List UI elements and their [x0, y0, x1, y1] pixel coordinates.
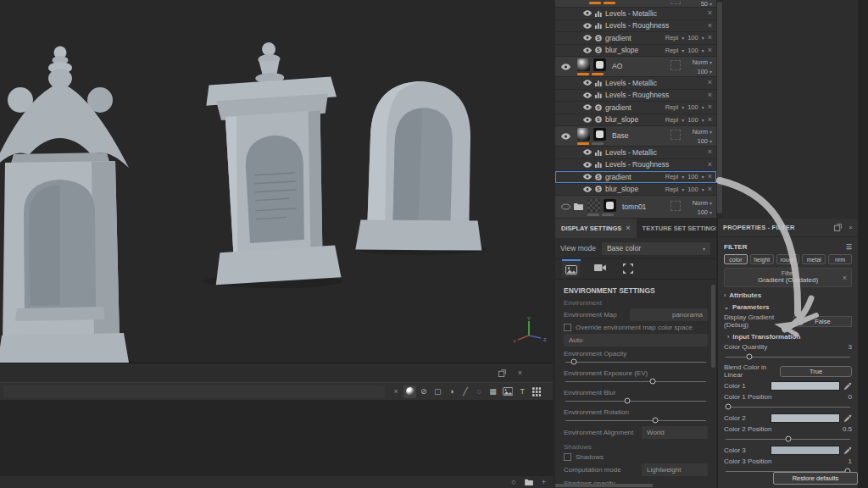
attributes-section[interactable]: › Attributes [724, 291, 852, 299]
blend-color-linear-button[interactable]: True [780, 366, 852, 377]
chevron-down-icon[interactable]: ▾ [682, 174, 684, 180]
tab-viewport[interactable] [620, 259, 637, 276]
chevron-down-icon[interactable]: ▾ [709, 129, 712, 135]
environment-opacity-slider[interactable] [565, 358, 706, 366]
color1-swatch[interactable] [771, 381, 840, 391]
mask-thumbnail[interactable] [593, 128, 606, 141]
blend-mode[interactable]: Repl [665, 186, 678, 193]
eye-icon[interactable] [583, 92, 592, 98]
mask-thumbnail[interactable] [604, 199, 616, 212]
input-transformation-section[interactable]: › Input Transformation [727, 333, 852, 341]
close-icon[interactable]: × [708, 79, 712, 86]
channel-height-button[interactable]: height [750, 254, 774, 264]
chevron-down-icon[interactable]: ▾ [702, 186, 704, 192]
close-icon[interactable]: × [708, 9, 712, 17]
chevron-down-icon[interactable]: ▾ [682, 47, 684, 53]
shelf-search-field[interactable] [3, 385, 385, 398]
layer-effect-row[interactable]: Levels - Metallic × [555, 8, 716, 20]
chevron-down-icon[interactable]: ▾ [702, 47, 704, 53]
layer-opacity[interactable]: 100 [687, 103, 698, 111]
image-tool-icon[interactable] [503, 387, 513, 396]
layer-opacity[interactable]: 100 [687, 34, 698, 42]
close-icon[interactable]: × [708, 47, 712, 54]
tool-line-icon[interactable]: ╱ [459, 385, 471, 398]
layer-row-base[interactable]: tomn01 Norm▾ 100▾ [555, 196, 716, 219]
channel-metal-button[interactable]: metal [802, 254, 826, 264]
eye-icon[interactable] [583, 186, 592, 192]
text-tool-icon[interactable]: T [516, 385, 528, 398]
material-thumbnail[interactable] [577, 128, 590, 141]
chevron-down-icon[interactable]: ▾ [709, 1, 712, 7]
environment-exposure-slider[interactable] [565, 378, 706, 385]
eye-icon[interactable] [583, 149, 592, 155]
chevron-down-icon[interactable]: ▾ [702, 104, 704, 110]
close-icon[interactable]: × [626, 225, 630, 232]
close-icon[interactable]: × [843, 274, 847, 282]
layer-opacity[interactable]: 100 [687, 186, 698, 193]
eye-off-icon[interactable] [561, 203, 570, 210]
tool-dot-circle-icon[interactable]: ◌ [473, 385, 485, 398]
layer-opacity[interactable]: 50 [701, 0, 708, 8]
filter-resource-slot[interactable]: Filter Gradient (Outdated) × [724, 268, 852, 287]
eye-icon[interactable] [583, 35, 592, 41]
chevron-down-icon[interactable]: ▾ [709, 59, 712, 65]
layer-opacity[interactable]: 100 [687, 47, 698, 54]
blend-mode[interactable]: Repl [665, 34, 678, 42]
color3-swatch[interactable] [771, 446, 840, 455]
chevron-down-icon[interactable]: ▾ [709, 69, 712, 75]
close-icon[interactable]: × [849, 225, 853, 231]
layer-opacity[interactable]: 100 [687, 173, 698, 180]
close-icon[interactable]: × [708, 92, 712, 99]
color2-position-slider[interactable] [726, 435, 850, 443]
blend-mode[interactable]: Norm [693, 58, 708, 66]
tool-grid-icon[interactable]: ▦ [487, 385, 498, 398]
eye-icon[interactable] [583, 10, 592, 16]
color-space-dropdown[interactable]: Auto [564, 334, 708, 347]
display-gradient-button[interactable]: False [793, 316, 852, 327]
layer-effect-row[interactable]: Levels - Metallic × [555, 147, 716, 159]
eyedropper-icon[interactable] [843, 382, 852, 391]
parameters-section[interactable]: ⌄ Parameters [724, 303, 852, 311]
eyedropper-icon[interactable] [843, 446, 852, 455]
blend-mode[interactable]: Repl [665, 173, 678, 180]
computation-mode-field[interactable]: Lightweight [642, 463, 708, 476]
folder-icon[interactable] [525, 479, 533, 485]
channel-rough-button[interactable]: rough [776, 254, 800, 264]
eye-icon[interactable] [583, 174, 592, 180]
layer-effect-row[interactable]: gradient Repl▾ 100▾ × [555, 32, 716, 45]
eyedropper-icon[interactable] [843, 414, 852, 423]
tool-no-entry-icon[interactable]: ⊘ [418, 385, 430, 398]
chevron-down-icon[interactable]: ▾ [702, 117, 704, 123]
tool-square-icon[interactable]: ▢ [431, 385, 443, 398]
horizontal-scrollbar[interactable] [555, 484, 653, 487]
layer-group-row-partial[interactable]: 50▾ [555, 0, 716, 8]
blend-mode[interactable]: Repl [665, 47, 678, 54]
material-thumbnail[interactable] [577, 58, 590, 71]
color-quantity-slider[interactable] [726, 353, 850, 361]
layer-effect-row-selected[interactable]: gradient Repl▾ 100▾ × [555, 171, 716, 184]
eye-icon[interactable] [561, 133, 570, 140]
chevron-down-icon[interactable]: ▾ [702, 35, 704, 41]
blend-mode[interactable]: Norm [693, 128, 708, 136]
chevron-down-icon[interactable]: ▾ [709, 209, 712, 215]
eye-icon[interactable] [583, 162, 592, 168]
blend-mode[interactable]: Norm [693, 199, 708, 207]
close-icon[interactable]: × [708, 116, 712, 124]
layer-effect-row[interactable]: gradient Repl▾ 100▾ × [555, 102, 716, 114]
close-icon[interactable]: × [518, 369, 522, 377]
restore-defaults-button[interactable]: Restore defaults [773, 472, 858, 485]
environment-blur-slider[interactable] [565, 397, 706, 405]
clear-search-icon[interactable]: × [390, 385, 402, 398]
tool-sphere-active[interactable] [403, 385, 415, 398]
environment-rotation-slider[interactable] [565, 417, 706, 424]
chevron-down-icon[interactable]: ▾ [682, 104, 684, 110]
channel-color-button[interactable]: color [724, 254, 748, 264]
chevron-down-icon[interactable]: ▾ [682, 35, 684, 41]
layer-effect-row[interactable]: Levels - Roughness × [555, 159, 716, 172]
chevron-down-icon[interactable]: ▾ [682, 186, 684, 192]
add-icon[interactable]: + [542, 478, 546, 486]
close-icon[interactable]: × [708, 34, 712, 42]
eye-icon[interactable] [583, 80, 592, 86]
color2-swatch[interactable] [771, 413, 840, 423]
layers-scrollbar[interactable] [716, 0, 723, 219]
